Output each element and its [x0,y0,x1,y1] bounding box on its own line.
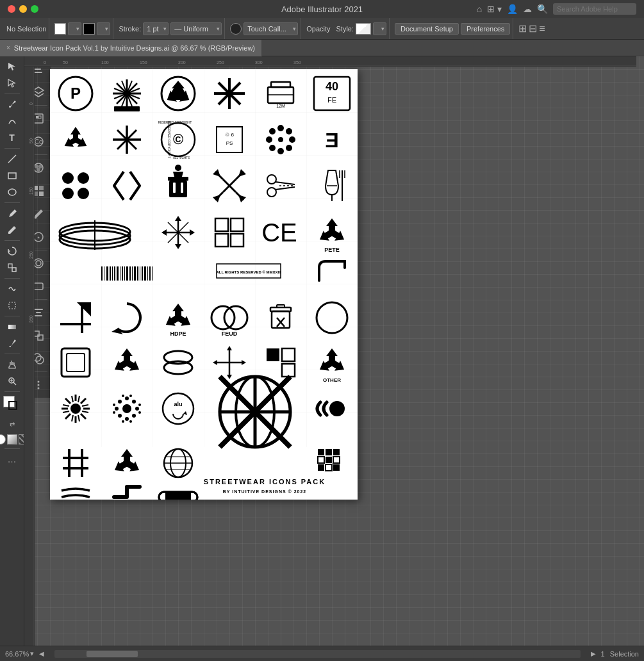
scale-tool[interactable] [3,260,21,275]
touch-group: Touch Call... [227,18,301,39]
svg-rect-124 [114,266,115,281]
pen-tool[interactable] [3,97,21,112]
svg-rect-137 [147,266,148,281]
scroll-left-icon[interactable]: ◀ [39,650,44,657]
svg-rect-266 [35,315,42,316]
more-tools-button[interactable]: … [3,452,21,467]
fill-group [52,18,113,39]
svg-rect-121 [106,266,108,281]
gradient-tool[interactable] [3,319,21,334]
line-tool[interactable] [3,151,21,167]
zoom-dropdown[interactable]: 66.67% ▾ [5,649,34,658]
minimize-button[interactable] [19,5,27,13]
svg-point-72 [278,137,283,142]
more-icon[interactable]: ≡ [539,23,545,35]
svg-point-196 [132,414,136,418]
svg-point-65 [277,148,284,154]
color-mode-solid[interactable] [0,434,6,445]
svg-point-195 [118,414,122,418]
toolbar-separator-8 [4,391,20,392]
hand-tool[interactable] [3,357,21,372]
rotate-tool[interactable] [3,243,21,259]
eyedropper-tool[interactable] [3,336,21,351]
home-icon[interactable]: ⌂ [477,4,482,14]
zoom-dropdown-icon: ▾ [30,649,34,658]
stroke-color-swatch[interactable] [8,401,17,410]
stroke-dropdown[interactable] [97,22,110,35]
svg-line-1 [8,155,16,163]
svg-rect-81 [173,183,176,193]
document-setup-button[interactable]: Document Setup [395,23,459,35]
direct-select-tool[interactable] [3,76,21,91]
svg-rect-234 [326,449,332,455]
touch-calc-wrapper: Touch Call... [244,22,298,35]
type-tool[interactable]: T [3,130,21,145]
svg-rect-247 [38,116,41,118]
preferences-button[interactable]: Preferences [461,23,510,35]
svg-point-262 [36,261,41,266]
zoom-tool[interactable] [3,373,21,389]
toolbar-separator-2 [4,148,20,149]
pencil-tool[interactable] [3,222,21,238]
swap-colors-icon[interactable]: ⇄ [3,416,21,432]
svg-text:♲ 6: ♲ 6 [225,132,234,138]
curvature-tool[interactable] [3,113,21,129]
selection-tool[interactable] [3,59,21,74]
cloud-icon[interactable]: ☁ [523,4,532,14]
h-scroll-arrows: ◀ [39,650,44,657]
doc-tab[interactable]: × Streetwear Icon Pack Vol.1 by Intuitiv… [0,40,262,56]
doc-tab-close-icon[interactable]: × [6,44,10,51]
svg-point-70 [269,145,276,151]
maximize-button[interactable] [31,5,38,13]
svg-line-10 [13,382,16,385]
color-mode-none[interactable] [19,434,25,445]
color-mode-gradient[interactable] [7,434,17,445]
h-scrollbar-thumb[interactable] [87,651,138,657]
touch-calc-dropdown[interactable]: Touch Call... [244,22,298,35]
stroke-style-dropdown[interactable]: — Uniform [170,22,222,35]
user-icon[interactable]: 👤 [507,4,518,14]
arrange-icon[interactable]: ⊞ [518,22,527,35]
svg-point-253 [37,168,40,172]
paintbrush-tool[interactable] [3,206,21,221]
search-input[interactable] [553,3,636,15]
stroke-weight-dropdown[interactable]: 1 pt [143,22,169,35]
svg-point-204 [138,411,141,414]
align-icon[interactable]: ⊟ [529,22,537,35]
svg-point-248 [34,137,43,146]
svg-text:OTHER: OTHER [323,377,341,383]
scroll-right-icon[interactable]: ▶ [591,650,596,657]
svg-rect-233 [318,449,324,455]
stroke-style-wrapper: — Uniform [170,22,222,35]
horizontal-scrollbar[interactable] [54,650,580,658]
warp-tool[interactable] [3,281,21,297]
style-dropdown-wrapper [373,22,386,35]
stroke-dropdown-wrapper [97,22,110,35]
svg-point-215 [333,405,341,412]
stroke-swatch[interactable] [83,23,95,35]
svg-rect-138 [149,266,151,281]
search-magnifier-icon[interactable]: 🔍 [537,4,548,14]
svg-rect-241 [333,464,340,471]
svg-text:RESERVED COPYRIGHT: RESERVED COPYRIGHT [158,121,192,124]
svg-text:⋆: ⋆ [37,234,40,241]
close-button[interactable] [8,5,15,13]
toolbar-separator-6 [4,316,20,316]
svg-point-250 [34,163,43,172]
fill-swatch[interactable] [54,23,66,35]
grid-icon[interactable]: ⊞ ▾ [487,4,502,14]
svg-text:ALL RIGHTS: ALL RIGHTS [173,156,190,159]
svg-rect-237 [326,457,332,463]
svg-rect-257 [39,192,44,196]
svg-rect-263 [34,283,43,290]
page-indicator[interactable]: 1 [601,650,605,658]
doc-setup-group: Document Setup Preferences [392,18,513,39]
rect-tool[interactable] [3,168,21,183]
fill-dropdown[interactable] [68,22,81,35]
free-transform-tool[interactable] [3,298,21,313]
ellipse-tool[interactable] [3,184,21,200]
h-scroll-arrows-right: ▶ [591,650,596,657]
style-swatch[interactable] [356,23,371,35]
svg-text:E: E [325,129,338,152]
style-dropdown[interactable] [373,22,386,35]
